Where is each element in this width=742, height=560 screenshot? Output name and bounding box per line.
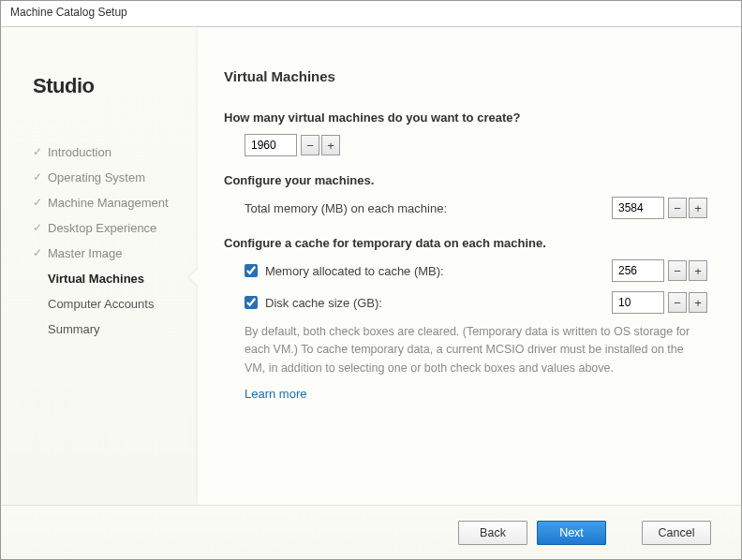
step-label: Operating System <box>48 170 145 184</box>
cache-memory-increment-button[interactable]: + <box>689 260 707 281</box>
vm-count-decrement-button[interactable]: − <box>301 135 319 155</box>
step-label: Virtual Machines <box>48 272 144 286</box>
configure-machines-section: Configure your machines. Total memory (M… <box>224 173 707 219</box>
total-memory-decrement-button[interactable]: − <box>668 198 687 218</box>
total-memory-spinner: − + <box>612 197 707 219</box>
cache-disk-increment-button[interactable]: + <box>689 292 707 313</box>
window-body: Studio Introduction Operating System Mac… <box>1 27 741 505</box>
learn-more-link[interactable]: Learn more <box>245 387 306 401</box>
step-virtual-machines[interactable]: Virtual Machines <box>33 266 181 291</box>
brand-label: Studio <box>33 74 181 98</box>
sidebar: Studio Introduction Operating System Mac… <box>1 27 198 505</box>
cache-memory-decrement-button[interactable]: − <box>668 260 687 281</box>
step-label: Computer Accounts <box>48 297 154 311</box>
footer: Back Next Cancel <box>1 505 741 559</box>
step-computer-accounts[interactable]: Computer Accounts <box>33 291 181 317</box>
step-list: Introduction Operating System Machine Ma… <box>33 140 181 342</box>
cache-section: Configure a cache for temporary data on … <box>224 236 707 402</box>
wizard-window: Machine Catalog Setup Studio Introductio… <box>0 0 742 560</box>
cache-disk-decrement-button[interactable]: − <box>668 292 687 313</box>
current-step-arrow-icon <box>189 268 199 287</box>
cache-disk-row: Disk cache size (GB): <box>245 296 612 310</box>
window-titlebar: Machine Catalog Setup <box>1 1 741 27</box>
total-memory-increment-button[interactable]: + <box>689 198 707 218</box>
main-panel: Virtual Machines How many virtual machin… <box>198 27 741 505</box>
cache-memory-row: Memory allocated to cache (MB): <box>245 264 612 278</box>
vm-count-section: How many virtual machines do you want to… <box>224 111 707 156</box>
cache-disk-spinner: − + <box>612 291 707 314</box>
cache-note: By default, both check boxes are cleared… <box>245 323 707 377</box>
step-master-image[interactable]: Master Image <box>33 241 181 266</box>
vm-count-question: How many virtual machines do you want to… <box>224 111 707 125</box>
next-button[interactable]: Next <box>537 521 606 545</box>
cache-heading: Configure a cache for temporary data on … <box>224 236 707 250</box>
cache-memory-input[interactable] <box>612 259 664 282</box>
step-label: Machine Management <box>48 196 169 210</box>
step-operating-system[interactable]: Operating System <box>33 165 181 190</box>
cache-disk-checkbox[interactable] <box>245 296 258 309</box>
step-label: Summary <box>48 322 100 336</box>
step-introduction[interactable]: Introduction <box>33 140 181 165</box>
step-label: Master Image <box>48 246 122 260</box>
cache-disk-input[interactable] <box>612 291 664 314</box>
step-desktop-experience[interactable]: Desktop Experience <box>33 215 181 241</box>
window-title: Machine Catalog Setup <box>10 6 127 19</box>
step-machine-management[interactable]: Machine Management <box>33 190 181 215</box>
cache-disk-label: Disk cache size (GB): <box>265 296 382 310</box>
cache-memory-checkbox[interactable] <box>245 264 258 277</box>
total-memory-input[interactable] <box>612 197 664 219</box>
vm-count-increment-button[interactable]: + <box>321 135 340 155</box>
step-summary[interactable]: Summary <box>33 317 181 342</box>
step-label: Introduction <box>48 145 111 159</box>
back-button[interactable]: Back <box>458 521 527 545</box>
configure-machines-heading: Configure your machines. <box>224 173 707 187</box>
page-heading: Virtual Machines <box>224 68 707 84</box>
step-label: Desktop Experience <box>48 221 156 235</box>
vm-count-spinner: − + <box>245 134 340 156</box>
vm-count-input[interactable] <box>245 134 297 156</box>
cache-memory-spinner: − + <box>612 259 707 282</box>
cache-memory-label: Memory allocated to cache (MB): <box>265 264 444 278</box>
cancel-button[interactable]: Cancel <box>642 521 711 545</box>
total-memory-label: Total memory (MB) on each machine: <box>245 201 612 215</box>
